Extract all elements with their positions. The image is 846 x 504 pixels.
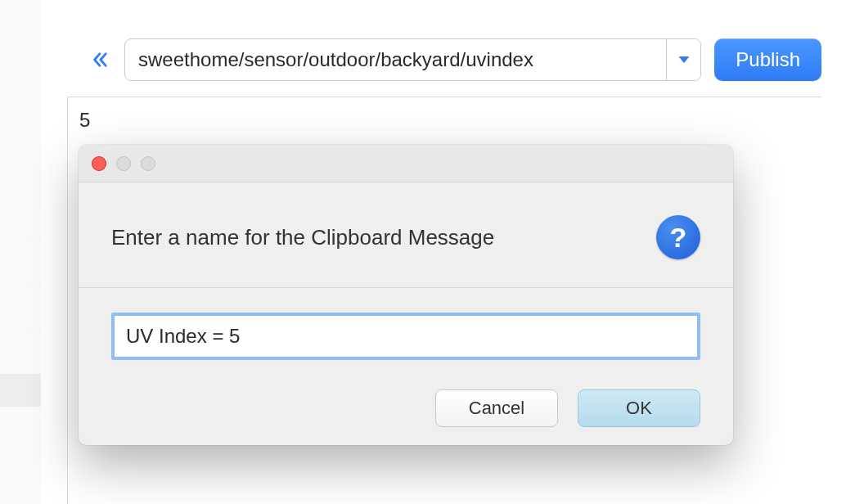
rail-row[interactable] xyxy=(0,94,41,142)
dialog-button-row: Cancel OK xyxy=(111,389,700,427)
window-zoom-button xyxy=(141,156,155,171)
toolbar: Publish xyxy=(90,38,821,81)
rail-row[interactable] xyxy=(0,45,41,94)
rail-row[interactable] xyxy=(0,236,41,284)
dialog-titlebar xyxy=(79,145,733,182)
chevron-down-icon xyxy=(677,55,691,65)
rail-row[interactable] xyxy=(0,329,41,374)
dialog-prompt: Enter a name for the Clipboard Message xyxy=(111,225,494,250)
name-clipboard-dialog: Enter a name for the Clipboard Message ?… xyxy=(79,145,733,445)
dialog-body: Enter a name for the Clipboard Message ?… xyxy=(79,182,733,445)
dialog-separator xyxy=(79,287,733,288)
collapse-chevrons-icon[interactable] xyxy=(90,47,110,72)
rail-row[interactable] xyxy=(0,142,41,189)
ok-button[interactable]: OK xyxy=(578,389,700,427)
message-text: 5 xyxy=(79,109,90,132)
left-rail xyxy=(0,0,41,504)
topic-combobox xyxy=(124,38,701,81)
help-button[interactable]: ? xyxy=(656,215,700,259)
window-close-button[interactable] xyxy=(92,156,106,171)
clipboard-name-input[interactable] xyxy=(111,313,700,360)
rail-row[interactable] xyxy=(0,189,41,236)
window-minimize-button xyxy=(116,156,131,171)
rail-row-selected[interactable] xyxy=(0,374,41,407)
cancel-button[interactable]: Cancel xyxy=(435,389,558,427)
rail-row[interactable] xyxy=(0,0,41,45)
rail-row[interactable] xyxy=(0,284,41,329)
publish-button[interactable]: Publish xyxy=(714,38,821,81)
question-mark-icon: ? xyxy=(670,222,687,254)
topic-dropdown-button[interactable] xyxy=(666,39,700,80)
topic-input[interactable] xyxy=(125,39,666,80)
svg-marker-0 xyxy=(678,56,689,63)
